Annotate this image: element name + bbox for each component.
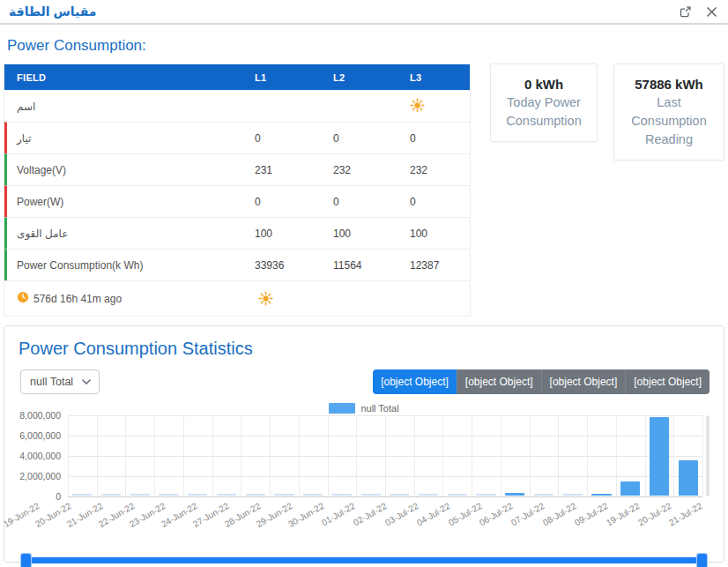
bar-23-Jun-22 — [188, 494, 207, 496]
gridline-v — [616, 415, 617, 496]
col-field: FIELD — [17, 72, 255, 83]
series-select-value: null Total — [30, 376, 73, 388]
gridline-v — [212, 415, 213, 496]
statistics-heading: Power Consumption Statistics — [19, 339, 709, 359]
gridline-v — [385, 415, 386, 496]
close-icon[interactable] — [706, 6, 717, 18]
sun-icon — [410, 98, 470, 116]
x-tick-label: 21-Jul-22 — [667, 501, 704, 527]
field-label: اسم — [17, 101, 255, 113]
cell-l1: 0 — [255, 196, 333, 208]
gridline-v — [702, 415, 703, 496]
gridline-v — [414, 415, 415, 496]
gridline-v — [673, 415, 674, 496]
bar-09-Jul-22 — [591, 494, 611, 496]
table-row: Power Consumption(k Wh)339361156412387 — [4, 249, 470, 280]
window-title: مقياس الطاقة — [9, 4, 97, 19]
gridline-v — [356, 415, 357, 496]
x-tick-label: 19-Jul-22 — [605, 501, 642, 527]
range-button-2[interactable]: [object Object] — [541, 369, 626, 394]
bar-24-Jun-22 — [217, 494, 236, 496]
chart-scrollbar[interactable] — [706, 415, 709, 496]
bar-20-Jun-22 — [101, 494, 121, 496]
x-tick-label: 07-Jul-22 — [509, 501, 546, 527]
slider-handle-right[interactable] — [696, 553, 708, 567]
bar-07-Jul-22 — [534, 494, 553, 496]
stat-label: Today Power Consumption — [500, 93, 588, 131]
cell-l1: 100 — [255, 228, 333, 240]
window-titlebar: مقياس الطاقة — [0, 0, 728, 25]
bar-03-Jul-22 — [419, 494, 438, 496]
power-table-body: اسمتيار000Voltage(V)231232232Power(W)000… — [4, 90, 470, 280]
col-l3: L3 — [410, 72, 470, 83]
table-row: تيار000 — [4, 122, 470, 153]
gridline-v — [328, 415, 329, 496]
chart-plot-area — [68, 415, 702, 496]
x-tick-label: 20-Jul-22 — [635, 501, 672, 527]
range-button-group: [object Object][object Object][object Ob… — [373, 369, 709, 394]
range-button-0[interactable]: [object Object] — [373, 369, 457, 394]
gridline-v — [154, 415, 155, 496]
bar-28-Jun-22 — [274, 494, 293, 496]
chevron-down-icon — [81, 376, 92, 388]
range-button-3[interactable]: [object Object] — [625, 369, 709, 394]
x-tick-label: 01-Jul-22 — [320, 501, 357, 527]
cell-l2: 0 — [333, 196, 410, 208]
cell-l1: 231 — [255, 164, 333, 176]
bar-19-Jul-22 — [620, 481, 640, 496]
x-tick-label: 04-Jul-22 — [415, 501, 452, 527]
sun-icon — [258, 291, 273, 309]
col-l2: L2 — [333, 72, 410, 83]
cell-l3: 12387 — [410, 259, 470, 272]
cell-l1: 33936 — [255, 259, 333, 272]
power-table-header: FIELD L1 L2 L3 — [4, 64, 470, 90]
field-label: Voltage(V) — [17, 164, 255, 176]
bar-29-Jun-22 — [303, 494, 323, 496]
gridline-v — [472, 415, 472, 496]
bar-20-Jul-22 — [650, 417, 669, 496]
series-select[interactable]: null Total — [20, 369, 100, 394]
bar-04-Jul-22 — [448, 494, 467, 496]
gridline-v — [183, 415, 184, 496]
gridline-h — [68, 496, 702, 497]
y-tick-label: 8,000,000 — [19, 410, 61, 421]
legend-swatch[interactable] — [329, 403, 355, 414]
power-consumption-heading: Power Consumption: — [7, 37, 721, 55]
cell-l3: 0 — [410, 196, 470, 208]
gridline-v — [125, 415, 126, 496]
cell-l1: 0 — [255, 132, 333, 145]
slider-track[interactable] — [26, 557, 702, 563]
chart-y-axis: 02,000,0004,000,0006,000,0008,000,000 — [17, 415, 64, 496]
bar-01-Jul-22 — [361, 494, 381, 496]
stat-value: 0 kWh — [500, 75, 588, 93]
gridline-v — [241, 415, 241, 496]
cell-l3: 232 — [410, 164, 470, 176]
slider-handle-left[interactable] — [20, 553, 32, 567]
table-row: عامل القوى100100100 — [4, 217, 470, 249]
bar-27-Jun-22 — [246, 494, 265, 496]
cell-l3: 0 — [410, 132, 470, 145]
dialog-body: Power Consumption: FIELD L1 L2 L3 اسمتيا… — [0, 25, 728, 563]
expand-icon[interactable] — [679, 5, 692, 19]
bar-chart: 02,000,0004,000,0006,000,0008,000,000 19… — [17, 415, 711, 530]
cell-l2: 232 — [333, 164, 410, 176]
x-tick-label: 03-Jul-22 — [383, 501, 420, 527]
x-tick-label: 06-Jul-22 — [478, 501, 515, 527]
cell-l2: 11564 — [333, 259, 410, 272]
bar-21-Jul-22 — [679, 460, 698, 496]
bar-05-Jul-22 — [476, 494, 495, 496]
y-tick-label: 0 — [56, 491, 61, 502]
field-label: تيار — [17, 132, 255, 145]
x-tick-label: 05-Jul-22 — [447, 501, 484, 527]
gridline-v — [530, 415, 531, 496]
gridline-v — [442, 415, 443, 496]
statistics-panel: Power Consumption Statistics null Total … — [4, 325, 724, 563]
range-button-1[interactable]: [object Object] — [457, 369, 541, 394]
x-tick-label: 09-Jul-22 — [573, 501, 610, 527]
gridline-v — [270, 415, 271, 496]
x-tick-label: 21-Jun-22 — [65, 501, 104, 529]
legend-label: null Total — [360, 403, 398, 414]
bar-30-Jun-22 — [332, 494, 352, 496]
stat-card: 57886 kWhLast Consumption Reading — [613, 63, 724, 160]
chart-legend[interactable]: null Total — [17, 403, 711, 414]
